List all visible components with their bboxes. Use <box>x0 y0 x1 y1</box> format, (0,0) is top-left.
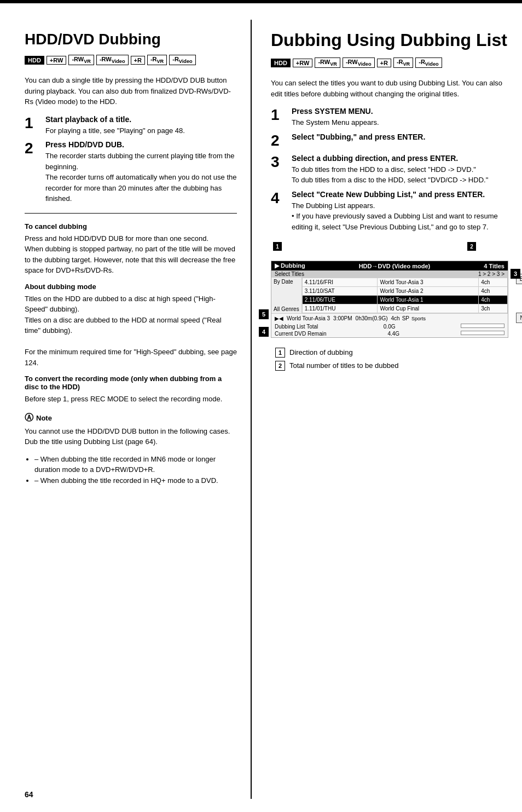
cancel-dubbing-title: To cancel dubbing <box>25 222 237 231</box>
badge-r: +R <box>131 56 145 65</box>
diagram-footer-remain: Current DVD Remain 4.4G <box>271 330 508 337</box>
row-3-title: World Tour-Asia 1 <box>378 296 479 304</box>
step-2-title: Press HDD/DVD DUB. <box>45 140 237 149</box>
right-step-2-title: Select "Dubbing," and press ENTER. <box>292 133 508 141</box>
badge-rwvideo: -RWVideo <box>96 55 129 65</box>
note-section: Ⓐ Note You cannot use the HDD/DVD DUB bu… <box>25 412 237 486</box>
page-number: 64 <box>25 790 33 799</box>
arrow-up-icon: ▲ <box>516 287 522 296</box>
row-2-title: World Tour-Asia 2 <box>378 287 479 296</box>
selected-ch: 4ch <box>391 315 400 321</box>
selected-time: 3:00PM <box>333 315 352 321</box>
right-badge-rvideo: -RVideo <box>415 57 442 68</box>
note-title: Note <box>36 414 52 422</box>
callout-descriptions: 1 Direction of dubbing 2 Total number of… <box>275 348 508 371</box>
arrow-down-icon: ▼ <box>516 301 522 309</box>
filter-all-genres[interactable]: All Genres <box>274 306 299 312</box>
right-badge-rvr: -RVR <box>393 57 413 68</box>
right-step-2-number: 2 <box>271 133 288 149</box>
right-step-4-desc: The Dubbing List appears.• If you have p… <box>292 200 508 233</box>
right-intro: You can select the titles you want to du… <box>271 78 508 99</box>
row-2-date: 3.11/10/SAT <box>302 287 378 296</box>
right-badges: HDD +RW -RWVR -RWVideo +R -RVR -RVideo <box>271 57 508 70</box>
diagram-list: 4.11/16/FRI World Tour-Asia 3 4ch 3.11/1… <box>302 278 508 313</box>
diag-callout-3: 3 <box>511 269 520 279</box>
table-row-selected: 2.11/06/TUE World Tour-Asia 1 4ch <box>302 296 507 304</box>
cancel-dubbing-text: Press and hold HDD/DVD DUB for more than… <box>25 233 237 276</box>
left-step-1: 1 Start playback of a title. For playing… <box>25 115 237 136</box>
diagram-container: 1 2 ▶ Dubbing HDD→DVD (Video mode) 4 Tit… <box>271 242 508 338</box>
remain-progress-bar <box>461 331 504 335</box>
diagram-panel: ▶ Dubbing HDD→DVD (Video mode) 4 Titles … <box>271 261 508 338</box>
table-row: 1.11/01/THU World Cup Final 3ch <box>302 304 507 313</box>
diagram-page-info: 1 > 2 > 3 > <box>478 271 504 277</box>
diag-callout-4: 4 <box>259 327 269 337</box>
diag-callout-5: 5 <box>259 309 269 319</box>
left-intro: You can dub a single title by pressing t… <box>25 75 237 107</box>
row-3-ch: 4ch <box>479 296 508 304</box>
right-badge-hdd: HDD <box>271 59 291 67</box>
callout-2-text: Total number of titles to be dubbed <box>289 361 508 371</box>
diagram-mode-label: HDD→DVD (Video mode) <box>359 263 431 269</box>
badge-hdd: HDD <box>25 56 44 65</box>
right-step-3-title: Select a dubbing direction, and press EN… <box>292 154 508 163</box>
convert-mode-title: To convert the recording mode (only when… <box>25 375 237 391</box>
right-step-1-desc: The System Menu appears. <box>292 117 508 128</box>
right-step-3-desc: To dub titles from the HDD to a disc, se… <box>292 164 508 186</box>
diagram-body: ▶ Dubbing HDD→DVD (Video mode) 4 Titles … <box>271 261 508 338</box>
step-1-number: 1 <box>25 115 42 132</box>
callout-1-row: 1 Direction of dubbing <box>275 348 508 358</box>
right-step-1-title: Press SYSTEM MENU. <box>292 107 508 116</box>
note-bullet-1: – When dubbing the title recorded in MN6… <box>34 454 237 475</box>
remain-value: 4.4G <box>387 331 399 337</box>
right-badge-r: +R <box>377 59 391 67</box>
right-section-title: Dubbing Using Dubbing List <box>271 31 508 50</box>
row-4-title: World Cup Final <box>378 304 479 313</box>
badge-rw: +RW <box>47 56 67 65</box>
table-row: 3.11/10/SAT World Tour-Asia 2 4ch <box>302 287 507 296</box>
callout-2-badge: 2 <box>275 361 285 371</box>
total-value: 0.0G <box>384 324 396 330</box>
right-step-3: 3 Select a dubbing direction, and press … <box>271 154 508 186</box>
note-text: You cannot use the HDD/DVD DUB button in… <box>25 426 237 447</box>
right-step-3-number: 3 <box>271 154 288 171</box>
selected-title: World Tour-Asia 3 <box>287 315 330 321</box>
table-row: 4.11/16/FRI World Tour-Asia 3 4ch <box>302 278 507 287</box>
row-3-date: 2.11/06/TUE <box>302 296 378 304</box>
diag-callout-2-badge: 2 <box>467 242 476 251</box>
filter-by-date[interactable]: By Date <box>274 279 299 285</box>
diagram-selected-detail: ▶◀ World Tour-Asia 3 3:00PM 0h30m(0.9G) … <box>271 313 508 323</box>
total-label: Dubbing List Total <box>275 324 318 330</box>
next-button[interactable]: Next <box>516 313 522 323</box>
badge-rvr: -RVR <box>147 55 167 65</box>
row-1-title: World Tour-Asia 3 <box>378 278 479 287</box>
badge-rwvr: -RWVR <box>68 55 94 65</box>
row-1-ch: 4ch <box>479 278 508 287</box>
row-4-date: 1.11/01/THU <box>302 304 378 313</box>
callout-1-badge: 1 <box>275 348 285 358</box>
diagram-top-bar: ▶ Dubbing HDD→DVD (Video mode) 4 Titles <box>271 261 508 270</box>
diagram-filter-col: By Date All Genres <box>271 278 302 313</box>
diagram-table: 4.11/16/FRI World Tour-Asia 3 4ch 3.11/1… <box>302 278 508 313</box>
side-buttons: Back ▲ ▼ Next <box>516 274 522 323</box>
diag-callout-1-badge: 1 <box>273 242 282 251</box>
right-badge-rwvideo: -RWVideo <box>343 57 375 68</box>
dubbing-mode-text: Titles on the HDD are dubbed to a disc a… <box>25 293 237 368</box>
remain-label: Current DVD Remain <box>275 331 326 337</box>
convert-mode-text: Before step 1, press REC MODE to select … <box>25 394 237 405</box>
diagram-select-label: Select Titles <box>275 271 304 277</box>
right-step-2: 2 Select "Dubbing," and press ENTER. <box>271 133 508 149</box>
diagram-dubbing-label: ▶ Dubbing <box>275 262 305 269</box>
step-2-desc: The recorder starts dubbing the current … <box>45 151 237 204</box>
note-icon: Ⓐ <box>25 412 33 424</box>
selected-mode: SP <box>402 315 409 321</box>
dubbing-mode-title: About dubbing mode <box>25 283 237 291</box>
step-2-number: 2 <box>25 140 42 157</box>
right-step-4-title: Select "Create New Dubbing List," and pr… <box>292 190 508 199</box>
diagram-table-container: By Date All Genres 4.11/16/FRI World Tou… <box>271 278 508 313</box>
badge-rvideo: -RVideo <box>169 55 195 65</box>
right-step-4: 4 Select "Create New Dubbing List," and … <box>271 190 508 233</box>
diagram-titles-count: 4 Titles <box>484 263 504 269</box>
step-1-title: Start playback of a title. <box>45 115 237 124</box>
left-step-2: 2 Press HDD/DVD DUB. The recorder starts… <box>25 140 237 204</box>
